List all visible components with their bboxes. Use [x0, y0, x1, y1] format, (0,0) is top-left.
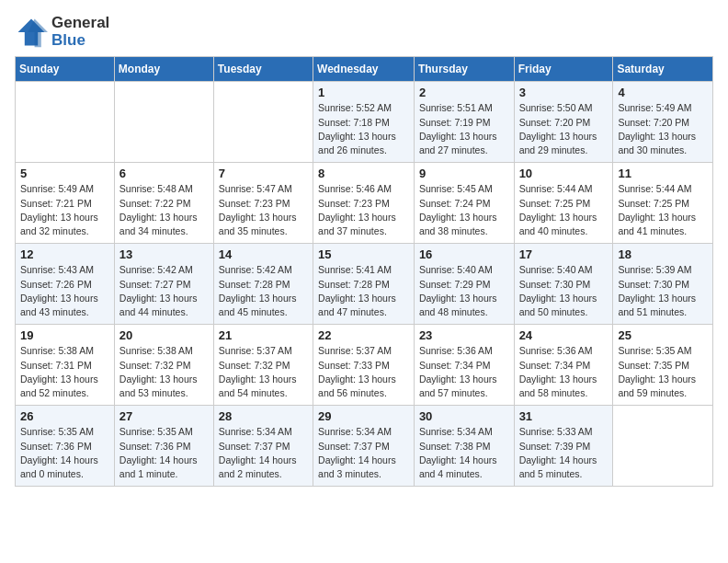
- day-info: Sunrise: 5:34 AMSunset: 7:38 PMDaylight:…: [419, 425, 509, 481]
- page-header: General Blue: [15, 15, 713, 49]
- day-info: Sunrise: 5:43 AMSunset: 7:26 PMDaylight:…: [20, 263, 109, 319]
- day-info: Sunrise: 5:49 AMSunset: 7:21 PMDaylight:…: [20, 182, 109, 238]
- day-number: 30: [419, 409, 509, 423]
- weekday-header-thursday: Thursday: [414, 57, 514, 82]
- day-number: 8: [318, 167, 409, 180]
- calendar-cell: 3Sunrise: 5:50 AMSunset: 7:20 PMDaylight…: [514, 82, 613, 163]
- day-info: Sunrise: 5:47 AMSunset: 7:23 PMDaylight:…: [219, 182, 308, 238]
- weekday-header-wednesday: Wednesday: [313, 57, 415, 82]
- calendar-week-row: 1Sunrise: 5:52 AMSunset: 7:18 PMDaylight…: [16, 82, 713, 163]
- day-info: Sunrise: 5:44 AMSunset: 7:25 PMDaylight:…: [519, 182, 609, 238]
- calendar-cell: 22Sunrise: 5:37 AMSunset: 7:33 PMDayligh…: [313, 325, 415, 406]
- day-info: Sunrise: 5:35 AMSunset: 7:36 PMDaylight:…: [119, 425, 209, 481]
- day-number: 26: [20, 409, 109, 423]
- day-info: Sunrise: 5:35 AMSunset: 7:36 PMDaylight:…: [20, 425, 109, 481]
- weekday-header-row: SundayMondayTuesdayWednesdayThursdayFrid…: [16, 57, 713, 82]
- day-number: 28: [219, 409, 308, 423]
- day-info: Sunrise: 5:37 AMSunset: 7:32 PMDaylight:…: [219, 344, 308, 400]
- day-number: 29: [318, 409, 409, 423]
- calendar-cell: 12Sunrise: 5:43 AMSunset: 7:26 PMDayligh…: [16, 244, 115, 325]
- day-number: 14: [219, 247, 308, 261]
- day-number: 9: [419, 167, 509, 180]
- logo-text: General Blue: [51, 15, 109, 49]
- calendar-cell: 28Sunrise: 5:34 AMSunset: 7:37 PMDayligh…: [213, 406, 313, 487]
- calendar-cell: 25Sunrise: 5:35 AMSunset: 7:35 PMDayligh…: [613, 325, 713, 406]
- logo-icon: [15, 16, 48, 49]
- day-number: 15: [318, 247, 409, 261]
- weekday-header-tuesday: Tuesday: [213, 57, 313, 82]
- day-number: 4: [618, 86, 708, 99]
- day-info: Sunrise: 5:42 AMSunset: 7:27 PMDaylight:…: [119, 263, 209, 319]
- calendar-cell: 24Sunrise: 5:36 AMSunset: 7:34 PMDayligh…: [514, 325, 613, 406]
- day-info: Sunrise: 5:40 AMSunset: 7:30 PMDaylight:…: [519, 263, 609, 319]
- calendar-cell: 18Sunrise: 5:39 AMSunset: 7:30 PMDayligh…: [613, 244, 713, 325]
- day-info: Sunrise: 5:38 AMSunset: 7:31 PMDaylight:…: [20, 344, 109, 400]
- day-info: Sunrise: 5:34 AMSunset: 7:37 PMDaylight:…: [318, 425, 409, 481]
- calendar-cell: 27Sunrise: 5:35 AMSunset: 7:36 PMDayligh…: [114, 406, 213, 487]
- calendar-cell: 11Sunrise: 5:44 AMSunset: 7:25 PMDayligh…: [613, 163, 713, 244]
- day-number: 7: [219, 167, 308, 180]
- weekday-header-sunday: Sunday: [16, 57, 115, 82]
- day-number: 11: [618, 167, 708, 180]
- day-info: Sunrise: 5:34 AMSunset: 7:37 PMDaylight:…: [219, 425, 308, 481]
- calendar-cell: [213, 82, 313, 163]
- calendar-cell: 21Sunrise: 5:37 AMSunset: 7:32 PMDayligh…: [213, 325, 313, 406]
- day-number: 6: [119, 167, 209, 180]
- calendar-cell: 10Sunrise: 5:44 AMSunset: 7:25 PMDayligh…: [514, 163, 613, 244]
- calendar-cell: [16, 82, 115, 163]
- calendar-cell: 14Sunrise: 5:42 AMSunset: 7:28 PMDayligh…: [213, 244, 313, 325]
- day-info: Sunrise: 5:40 AMSunset: 7:29 PMDaylight:…: [419, 263, 509, 319]
- day-number: 3: [519, 86, 609, 99]
- day-number: 17: [519, 247, 609, 261]
- calendar-cell: [613, 406, 713, 487]
- day-info: Sunrise: 5:44 AMSunset: 7:25 PMDaylight:…: [618, 182, 708, 238]
- day-info: Sunrise: 5:36 AMSunset: 7:34 PMDaylight:…: [519, 344, 609, 400]
- calendar-cell: 2Sunrise: 5:51 AMSunset: 7:19 PMDaylight…: [414, 82, 514, 163]
- logo: General Blue: [15, 15, 109, 49]
- day-info: Sunrise: 5:35 AMSunset: 7:35 PMDaylight:…: [618, 344, 708, 400]
- calendar-week-row: 26Sunrise: 5:35 AMSunset: 7:36 PMDayligh…: [16, 406, 713, 487]
- calendar-cell: 9Sunrise: 5:45 AMSunset: 7:24 PMDaylight…: [414, 163, 514, 244]
- day-number: 31: [519, 409, 609, 423]
- calendar: SundayMondayTuesdayWednesdayThursdayFrid…: [15, 56, 713, 487]
- day-number: 16: [419, 247, 509, 261]
- weekday-header-saturday: Saturday: [613, 57, 713, 82]
- calendar-week-row: 19Sunrise: 5:38 AMSunset: 7:31 PMDayligh…: [16, 325, 713, 406]
- calendar-week-row: 12Sunrise: 5:43 AMSunset: 7:26 PMDayligh…: [16, 244, 713, 325]
- calendar-week-row: 5Sunrise: 5:49 AMSunset: 7:21 PMDaylight…: [16, 163, 713, 244]
- day-info: Sunrise: 5:50 AMSunset: 7:20 PMDaylight:…: [519, 101, 609, 157]
- day-number: 21: [219, 328, 308, 342]
- day-number: 12: [20, 247, 109, 261]
- calendar-cell: 8Sunrise: 5:46 AMSunset: 7:23 PMDaylight…: [313, 163, 415, 244]
- calendar-cell: 16Sunrise: 5:40 AMSunset: 7:29 PMDayligh…: [414, 244, 514, 325]
- calendar-cell: 4Sunrise: 5:49 AMSunset: 7:20 PMDaylight…: [613, 82, 713, 163]
- calendar-cell: 6Sunrise: 5:48 AMSunset: 7:22 PMDaylight…: [114, 163, 213, 244]
- day-info: Sunrise: 5:37 AMSunset: 7:33 PMDaylight:…: [318, 344, 409, 400]
- calendar-cell: 31Sunrise: 5:33 AMSunset: 7:39 PMDayligh…: [514, 406, 613, 487]
- day-info: Sunrise: 5:33 AMSunset: 7:39 PMDaylight:…: [519, 425, 609, 481]
- day-info: Sunrise: 5:51 AMSunset: 7:19 PMDaylight:…: [419, 101, 509, 157]
- day-number: 2: [419, 86, 509, 99]
- calendar-cell: 20Sunrise: 5:38 AMSunset: 7:32 PMDayligh…: [114, 325, 213, 406]
- calendar-cell: 23Sunrise: 5:36 AMSunset: 7:34 PMDayligh…: [414, 325, 514, 406]
- day-info: Sunrise: 5:45 AMSunset: 7:24 PMDaylight:…: [419, 182, 509, 238]
- day-number: 10: [519, 167, 609, 180]
- calendar-cell: 5Sunrise: 5:49 AMSunset: 7:21 PMDaylight…: [16, 163, 115, 244]
- day-info: Sunrise: 5:41 AMSunset: 7:28 PMDaylight:…: [318, 263, 409, 319]
- day-info: Sunrise: 5:52 AMSunset: 7:18 PMDaylight:…: [318, 101, 409, 157]
- day-number: 23: [419, 328, 509, 342]
- calendar-cell: [114, 82, 213, 163]
- day-info: Sunrise: 5:46 AMSunset: 7:23 PMDaylight:…: [318, 182, 409, 238]
- weekday-header-friday: Friday: [514, 57, 613, 82]
- calendar-cell: 19Sunrise: 5:38 AMSunset: 7:31 PMDayligh…: [16, 325, 115, 406]
- day-number: 5: [20, 167, 109, 180]
- day-number: 19: [20, 328, 109, 342]
- calendar-cell: 29Sunrise: 5:34 AMSunset: 7:37 PMDayligh…: [313, 406, 415, 487]
- day-number: 13: [119, 247, 209, 261]
- calendar-cell: 1Sunrise: 5:52 AMSunset: 7:18 PMDaylight…: [313, 82, 415, 163]
- weekday-header-monday: Monday: [114, 57, 213, 82]
- day-info: Sunrise: 5:48 AMSunset: 7:22 PMDaylight:…: [119, 182, 209, 238]
- day-info: Sunrise: 5:49 AMSunset: 7:20 PMDaylight:…: [618, 101, 708, 157]
- day-number: 1: [318, 86, 409, 99]
- day-number: 22: [318, 328, 409, 342]
